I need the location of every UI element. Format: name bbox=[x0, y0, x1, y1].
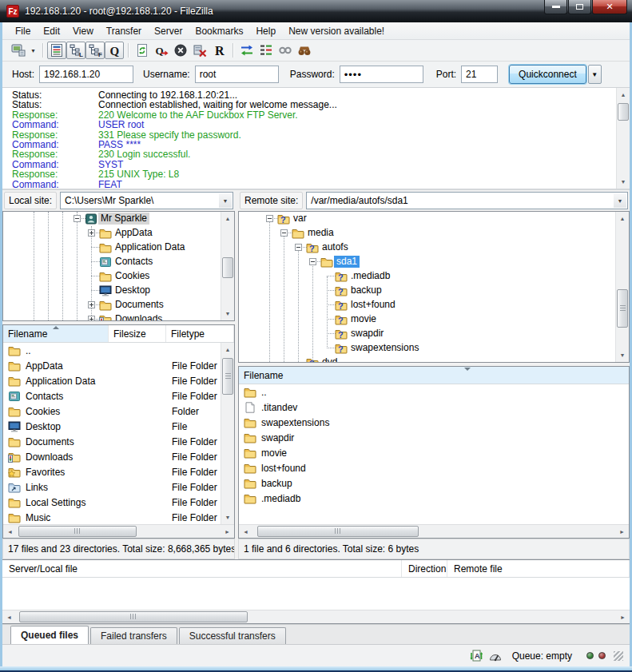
queue-hscroll-track[interactable] bbox=[16, 610, 616, 624]
remote-tree-scrollbar[interactable]: ▲ ▼ bbox=[615, 212, 629, 362]
port-input[interactable] bbox=[461, 66, 498, 83]
message-log-toggle-icon[interactable] bbox=[47, 42, 66, 59]
file-row-links[interactable]: LinksFile Folder bbox=[3, 479, 221, 495]
queue-column-header-server-local-file[interactable]: Server/Local file bbox=[2, 560, 402, 577]
queue-hscrollbar[interactable]: ◄ ► bbox=[2, 610, 630, 623]
tree-item-mr-sparkle[interactable]: Mr Sparkle bbox=[3, 212, 221, 226]
remote-list-hscrollbar[interactable]: ◄ ► bbox=[239, 524, 629, 538]
column-header-filename[interactable]: Filename bbox=[239, 367, 629, 384]
quickconnect-dropdown-button[interactable]: ▼ bbox=[588, 65, 602, 84]
resize-grip-icon[interactable] bbox=[614, 651, 623, 661]
file-row-contacts[interactable]: ContactsFile Folder bbox=[3, 388, 221, 404]
combo-dropdown-icon[interactable]: ▼ bbox=[614, 193, 626, 208]
scroll-thumb[interactable] bbox=[18, 526, 137, 537]
local-tree-scroll-track[interactable] bbox=[221, 225, 234, 307]
synchronized-browsing-icon[interactable] bbox=[256, 42, 276, 59]
tab-failed-transfers[interactable]: Failed transfers bbox=[90, 627, 177, 644]
file-row-backup[interactable]: backup bbox=[239, 475, 629, 491]
cancel-icon[interactable] bbox=[171, 42, 190, 59]
tree-item-sda1[interactable]: sda1 bbox=[239, 255, 615, 269]
site-manager-dropdown-icon[interactable]: ▾ bbox=[28, 42, 38, 59]
tree-item-swapextensions[interactable]: ?swapextensions bbox=[239, 341, 615, 356]
directory-comparison-icon[interactable] bbox=[237, 42, 256, 59]
file-row-mediadb[interactable]: .mediadb bbox=[239, 491, 629, 506]
process-queue-icon[interactable]: Q bbox=[152, 42, 171, 59]
remote-tree-scroll-track[interactable] bbox=[616, 225, 629, 348]
local-site-combobox[interactable]: C:\Users\Mr Sparkle\ ▼ bbox=[60, 192, 233, 209]
collapse-expander-icon[interactable] bbox=[266, 215, 273, 222]
scroll-thumb[interactable] bbox=[618, 103, 629, 121]
scroll-thumb[interactable] bbox=[222, 257, 233, 278]
tree-item-swapdir[interactable]: ?swapdir bbox=[239, 327, 615, 341]
file-row-music[interactable]: MusicFile Folder bbox=[3, 510, 221, 524]
scroll-thumb[interactable] bbox=[257, 526, 419, 537]
tree-item-application-data[interactable]: Application Data bbox=[3, 241, 221, 255]
scroll-down-icon[interactable]: ▼ bbox=[221, 511, 234, 524]
remote-tree-toggle-icon[interactable]: F bbox=[85, 42, 105, 59]
site-manager-icon[interactable] bbox=[9, 42, 28, 59]
queue-body[interactable] bbox=[2, 578, 630, 610]
file-row-cookies[interactable]: CookiesFolder bbox=[3, 404, 221, 419]
file-row-downloads[interactable]: DownloadsFile Folder bbox=[3, 449, 221, 464]
scroll-right-icon[interactable]: ► bbox=[616, 610, 630, 624]
tree-item-media[interactable]: media bbox=[239, 226, 615, 241]
file-row-desktop[interactable]: DesktopFile bbox=[3, 419, 221, 434]
scroll-thumb[interactable] bbox=[222, 358, 233, 395]
menu-item-transfer[interactable]: Transfer bbox=[100, 24, 148, 38]
file-row-favorites[interactable]: FavoritesFile Folder bbox=[3, 464, 221, 479]
tree-item-downloads[interactable]: Downloads bbox=[3, 312, 221, 320]
column-header-filesize[interactable]: Filesize bbox=[109, 325, 166, 342]
scroll-left-icon[interactable]: ◄ bbox=[3, 525, 17, 539]
tree-item-desktop[interactable]: Desktop bbox=[3, 284, 221, 298]
local-list-hscrollbar[interactable]: ◄ ► bbox=[3, 524, 234, 538]
tree-item-documents[interactable]: Documents bbox=[3, 298, 221, 312]
menu-item-view[interactable]: View bbox=[66, 24, 100, 38]
file-row-movie[interactable]: movie bbox=[239, 445, 629, 460]
tree-item-var[interactable]: ?var bbox=[239, 212, 615, 226]
file-row-local-settings[interactable]: Local SettingsFile Folder bbox=[3, 495, 221, 510]
scroll-up-icon[interactable]: ▲ bbox=[616, 212, 629, 225]
expand-expander-icon[interactable] bbox=[88, 316, 95, 320]
menu-item-edit[interactable]: Edit bbox=[37, 24, 66, 38]
tree-item-movie[interactable]: ?movie bbox=[239, 312, 615, 327]
log-scrollbar[interactable]: ▲ ▼ bbox=[616, 88, 630, 189]
tree-item-lost-found[interactable]: ?lost+found bbox=[239, 298, 615, 312]
scroll-up-icon[interactable]: ▲ bbox=[221, 343, 234, 356]
scroll-left-icon[interactable]: ◄ bbox=[2, 610, 16, 624]
close-button[interactable]: ✕ bbox=[592, 0, 627, 14]
file-row-appdata[interactable]: AppDataFile Folder bbox=[3, 358, 221, 373]
maximize-button[interactable] bbox=[568, 0, 591, 14]
column-header-filetype[interactable]: Filetype bbox=[166, 325, 234, 342]
scroll-down-icon[interactable]: ▼ bbox=[617, 175, 630, 189]
title-bar[interactable]: Fz 192.168.1.20 - root@192.168.1.20 - Fi… bbox=[0, 0, 632, 22]
scroll-down-icon[interactable]: ▼ bbox=[616, 348, 629, 362]
local-list-scrollbar[interactable]: ▲ ▼ bbox=[221, 343, 234, 524]
menu-item-file[interactable]: File bbox=[9, 24, 37, 38]
scroll-right-icon[interactable]: ► bbox=[221, 525, 234, 539]
file-row-swapextensions[interactable]: swapextensions bbox=[239, 415, 629, 430]
scroll-left-icon[interactable]: ◄ bbox=[239, 525, 252, 539]
collapse-expander-icon[interactable] bbox=[74, 215, 81, 222]
tree-item-autofs[interactable]: ?autofs bbox=[239, 241, 615, 255]
local-hscroll-track[interactable] bbox=[17, 525, 221, 539]
column-header-filename[interactable]: Filename bbox=[3, 325, 109, 342]
search-icon[interactable] bbox=[295, 42, 314, 59]
scroll-thumb[interactable] bbox=[19, 611, 248, 622]
expand-expander-icon[interactable] bbox=[88, 229, 95, 237]
tree-item-backup[interactable]: ?backup bbox=[239, 284, 615, 298]
queue-toggle-icon[interactable]: Q bbox=[105, 42, 124, 59]
scroll-thumb[interactable] bbox=[617, 289, 628, 328]
collapse-expander-icon[interactable] bbox=[295, 244, 302, 251]
menu-item-bookmarks[interactable]: Bookmarks bbox=[189, 24, 249, 38]
local-tree-toggle-icon[interactable]: L bbox=[66, 42, 85, 59]
tree-item-appdata[interactable]: AppData bbox=[3, 226, 221, 241]
log-scroll-track[interactable] bbox=[617, 101, 630, 175]
disconnect-icon[interactable] bbox=[190, 42, 209, 59]
collapse-expander-icon[interactable] bbox=[280, 229, 288, 237]
host-input[interactable] bbox=[39, 66, 133, 83]
expand-expander-icon[interactable] bbox=[88, 301, 95, 308]
file-row-swapdir[interactable]: swapdir bbox=[239, 430, 629, 445]
tree-item-contacts[interactable]: Contacts bbox=[3, 255, 221, 269]
filter-icon[interactable] bbox=[276, 42, 295, 59]
scroll-down-icon[interactable]: ▼ bbox=[221, 307, 234, 320]
